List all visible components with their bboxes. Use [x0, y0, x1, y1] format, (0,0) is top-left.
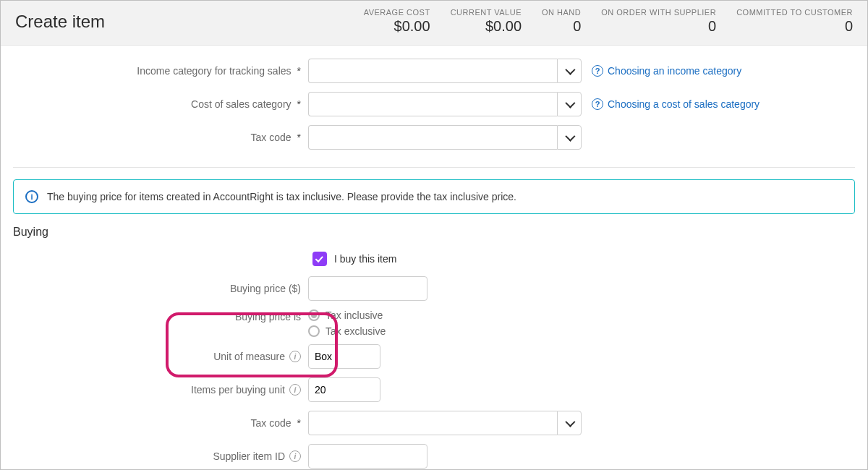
help-link-income-category[interactable]: ? Choosing an income category	[592, 65, 741, 77]
help-icon: ?	[592, 98, 603, 110]
label-text: Items per buying unit	[191, 384, 285, 396]
stat-value: $0.00	[364, 18, 430, 35]
label-buying-price-is: Buying price is	[13, 309, 308, 322]
row-unit-of-measure: Unit of measure i	[13, 344, 855, 369]
income-category-input[interactable]	[308, 59, 557, 83]
stat-label: ON HAND	[542, 8, 581, 17]
header-stats: AVERAGE COST $0.00 CURRENT VALUE $0.00 O…	[364, 8, 853, 35]
required-marker: *	[297, 132, 301, 143]
items-per-unit-input[interactable]	[308, 377, 380, 402]
chevron-down-icon	[565, 98, 575, 108]
tax-code-top-dropdown-button[interactable]	[557, 125, 582, 150]
radio-label: Tax inclusive	[326, 309, 383, 321]
label-income-category: Income category for tracking sales*	[13, 65, 308, 77]
stat-label: AVERAGE COST	[364, 8, 430, 17]
label-text: Income category for tracking sales	[137, 65, 291, 77]
label-supplier-item-id: Supplier item ID i	[13, 450, 308, 462]
row-tax-code-buying: Tax code*	[13, 411, 855, 435]
stat-current-value: CURRENT VALUE $0.00	[451, 8, 522, 35]
info-icon[interactable]: i	[289, 450, 301, 462]
chevron-down-icon	[565, 65, 575, 75]
label-text: Tax code	[251, 417, 292, 429]
info-icon: i	[25, 190, 38, 203]
tax-code-top-input[interactable]	[308, 125, 557, 150]
row-cos-category: Cost of sales category* ? Choosing a cos…	[13, 92, 855, 116]
required-marker: *	[297, 417, 301, 429]
checkbox-label: I buy this item	[334, 253, 396, 265]
radio-tax-inclusive[interactable]: Tax inclusive	[308, 309, 386, 321]
stat-value: 0	[601, 18, 716, 35]
info-banner-text: The buying price for items created in Ac…	[47, 191, 516, 202]
tax-code-top-select[interactable]	[308, 125, 582, 150]
required-marker: *	[297, 98, 301, 110]
cos-category-dropdown-button[interactable]	[557, 92, 582, 116]
stat-on-order: ON ORDER WITH SUPPLIER 0	[601, 8, 716, 35]
help-icon: ?	[592, 65, 603, 77]
radio-icon	[308, 325, 320, 337]
tax-code-buying-select[interactable]	[308, 411, 582, 435]
label-items-per-unit: Items per buying unit i	[13, 384, 308, 396]
tax-code-buying-dropdown-button[interactable]	[557, 411, 582, 435]
help-link-text: Choosing a cost of sales category	[608, 98, 760, 110]
tax-code-buying-input[interactable]	[308, 411, 557, 435]
row-income-category: Income category for tracking sales* ? Ch…	[13, 59, 855, 83]
label-text: Buying price is	[235, 311, 301, 322]
stat-value: $0.00	[451, 18, 522, 35]
row-supplier-item-id: Supplier item ID i	[13, 444, 855, 469]
income-category-dropdown-button[interactable]	[557, 59, 582, 83]
stat-on-hand: ON HAND 0	[542, 8, 581, 35]
stat-average-cost: AVERAGE COST $0.00	[364, 8, 430, 35]
label-text: Unit of measure	[213, 351, 285, 362]
stat-committed: COMMITTED TO CUSTOMER 0	[736, 8, 853, 35]
info-icon[interactable]: i	[289, 351, 301, 362]
radio-tax-exclusive[interactable]: Tax exclusive	[308, 325, 386, 337]
buying-price-input[interactable]	[308, 276, 427, 301]
label-tax-code-top: Tax code*	[13, 132, 308, 143]
stat-label: ON ORDER WITH SUPPLIER	[601, 8, 716, 17]
stat-label: CURRENT VALUE	[451, 8, 522, 17]
i-buy-this-item-checkbox[interactable]	[312, 252, 327, 266]
label-text: Buying price ($)	[230, 283, 301, 294]
buying-price-is-options: Tax inclusive Tax exclusive	[308, 309, 386, 337]
row-tax-code-top: Tax code*	[13, 125, 855, 150]
cos-category-select[interactable]	[308, 92, 582, 116]
required-marker: *	[297, 65, 301, 77]
app-frame: Create item AVERAGE COST $0.00 CURRENT V…	[0, 0, 868, 470]
buying-heading: Buying	[13, 226, 855, 239]
label-text: Cost of sales category	[191, 98, 292, 110]
section-divider	[13, 167, 855, 168]
row-i-buy-this-item: I buy this item	[312, 252, 855, 266]
cos-category-input[interactable]	[308, 92, 557, 116]
chevron-down-icon	[565, 417, 575, 427]
row-buying-price-is: Buying price is Tax inclusive Tax exclus…	[13, 309, 855, 337]
page-header: Create item AVERAGE COST $0.00 CURRENT V…	[1, 1, 867, 46]
label-text: Supplier item ID	[213, 450, 285, 462]
stat-value: 0	[736, 18, 853, 35]
label-text: Tax code	[251, 132, 292, 143]
check-icon	[315, 255, 323, 262]
content-area: Income category for tracking sales* ? Ch…	[1, 46, 867, 470]
page-title: Create item	[15, 12, 105, 32]
label-unit-of-measure: Unit of measure i	[13, 351, 308, 362]
chevron-down-icon	[565, 132, 575, 142]
info-banner: i The buying price for items created in …	[13, 179, 855, 214]
radio-label: Tax exclusive	[326, 325, 386, 337]
supplier-item-id-input[interactable]	[308, 444, 427, 469]
stat-label: COMMITTED TO CUSTOMER	[736, 8, 853, 17]
income-category-select[interactable]	[308, 59, 582, 83]
help-link-cos-category[interactable]: ? Choosing a cost of sales category	[592, 98, 760, 110]
label-tax-code-buying: Tax code*	[13, 417, 308, 429]
stat-value: 0	[542, 18, 581, 35]
label-cos-category: Cost of sales category*	[13, 98, 308, 110]
unit-of-measure-input[interactable]	[308, 344, 380, 369]
info-icon[interactable]: i	[289, 384, 301, 396]
row-buying-price: Buying price ($)	[13, 276, 855, 301]
help-link-text: Choosing an income category	[608, 65, 741, 77]
label-buying-price: Buying price ($)	[13, 283, 308, 294]
row-items-per-unit: Items per buying unit i	[13, 377, 855, 402]
radio-icon	[308, 309, 320, 321]
form-panel: Income category for tracking sales* ? Ch…	[13, 46, 855, 470]
